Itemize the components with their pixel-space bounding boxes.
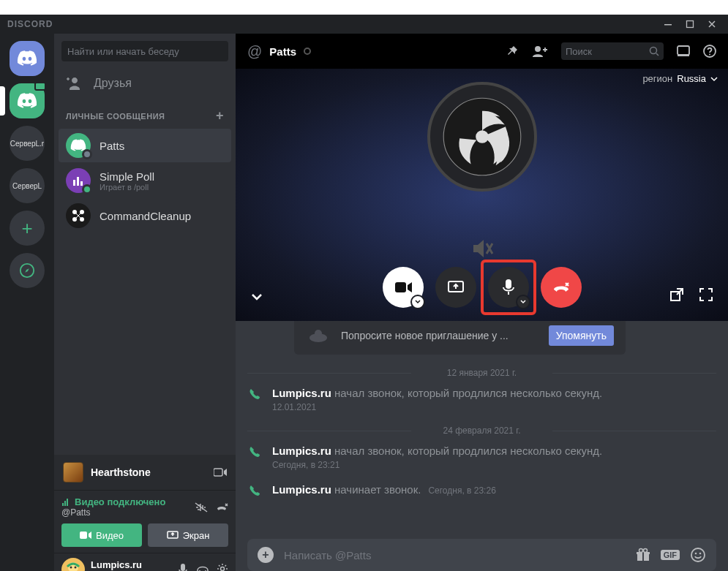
svg-point-40 [691,548,705,561]
voice-panel: Видео подключено @Patts Видео [54,490,236,553]
deafen-icon[interactable] [196,563,209,571]
app-name: DISCORD [7,19,53,29]
camera-button[interactable] [383,267,424,308]
muted-indicator-icon [469,238,495,260]
main-area: @ Patts Поиск регион Russia [236,34,728,571]
call-message: Lumpics.ru начал звонок, который продлил… [247,385,716,412]
voice-status-label: Видео подключено [61,496,165,507]
dm-item-simplepoll[interactable]: Simple Poll Играет в /poll [59,164,231,197]
stream-icon[interactable] [214,467,227,477]
attach-icon[interactable]: + [258,547,274,563]
header-search[interactable]: Поиск [561,42,664,60]
svg-point-39 [643,549,647,553]
call-avatar [427,82,537,192]
mic-chevron-icon[interactable] [516,295,530,309]
dm-sidebar: Найти или начать беседу Друзья ЛИЧНЫЕ СО… [54,34,236,571]
svg-point-20 [221,567,225,571]
hangup-button[interactable] [541,267,582,308]
invite-banner: Попросите новое приглашение у ... Упомян… [294,317,626,355]
invite-icon [306,328,331,344]
svg-rect-11 [62,503,64,506]
svg-rect-37 [642,552,644,561]
svg-rect-29 [395,282,406,292]
dm-item-commandcleanup[interactable]: CommandCleanup [59,199,231,232]
minimize-icon[interactable] [664,20,672,29]
dm-section-header: ЛИЧНЫЕ СООБЩЕНИЯ + [54,98,236,128]
svg-point-26 [709,54,710,56]
add-friend-icon[interactable] [532,45,548,58]
svg-point-21 [535,46,541,52]
app-window: DISCORD СерверL.r СерверL + Найти и [0,15,728,571]
gift-icon[interactable] [636,548,650,562]
svg-rect-19 [181,564,185,571]
message-list[interactable]: 12 января 2021 г. Lumpics.ru начал звоно… [236,355,728,539]
friends-label: Друзья [94,77,132,90]
screen-share-button[interactable]: Экран [148,523,228,547]
date-divider: 24 февраля 2021 г. [247,426,716,436]
settings-icon[interactable] [217,563,228,571]
screenshare-call-button[interactable] [435,267,476,308]
friends-tab[interactable]: Друзья [54,69,236,98]
svg-point-17 [70,567,72,569]
video-button[interactable]: Видео [61,523,142,547]
explore-button[interactable] [10,253,45,288]
noise-suppress-icon[interactable] [195,502,208,513]
date-divider: 12 января 2021 г. [247,368,716,378]
svg-point-38 [639,549,642,553]
call-region[interactable]: регион Russia [642,73,718,84]
pin-icon[interactable] [506,45,519,58]
status-indicator [304,48,311,55]
call-controls [383,267,582,308]
svg-rect-5 [80,181,83,186]
new-dm-icon[interactable]: + [216,108,224,124]
disconnect-icon[interactable] [215,502,228,513]
fullscreen-icon[interactable] [699,287,713,302]
server-item-2[interactable]: СерверL [10,168,45,203]
popout-icon[interactable] [669,287,684,302]
camera-chevron-icon[interactable] [410,295,425,309]
inbox-icon[interactable] [677,45,690,57]
quick-search[interactable]: Найти или начать беседу [61,41,228,61]
user-avatar[interactable] [61,558,85,571]
help-icon[interactable] [703,45,716,58]
svg-rect-13 [67,499,68,506]
emoji-icon[interactable] [690,547,706,563]
game-activity-panel: Hearthstone [54,455,236,490]
call-icon [247,483,262,498]
svg-point-42 [699,553,702,555]
video-call-area: регион Russia [236,69,728,321]
svg-rect-0 [664,24,672,26]
dm-item-patts[interactable]: Patts [59,129,231,162]
svg-rect-23 [678,46,689,55]
server-active[interactable] [10,83,45,118]
mute-icon[interactable] [177,563,189,571]
titlebar: DISCORD [0,15,728,34]
svg-point-41 [695,553,697,555]
svg-point-18 [75,567,77,569]
gif-icon[interactable]: GIF [661,550,680,560]
maximize-icon[interactable] [686,20,694,29]
svg-rect-10 [214,469,222,476]
svg-point-22 [650,48,657,54]
user-panel: Lumpics.ru fatalit [54,553,236,571]
call-icon [247,445,262,459]
call-message: Lumpics.ru начал звонок, который продлил… [247,443,716,470]
mention-button[interactable]: Упомянуть [549,325,614,346]
window-controls [664,20,721,29]
home-button[interactable] [10,41,45,76]
collapse-call-icon[interactable] [250,292,263,302]
svg-rect-24 [678,55,689,56]
game-icon [63,462,83,483]
at-icon: @ [247,43,262,60]
svg-rect-14 [80,532,87,539]
add-server-button[interactable]: + [10,211,45,246]
channel-header: @ Patts Поиск [236,34,728,69]
server-item-1[interactable]: СерверL.r [10,126,45,161]
close-icon[interactable] [708,20,716,29]
svg-rect-4 [77,177,79,186]
message-input[interactable]: + Написать @Patts GIF [247,539,716,571]
mic-button[interactable] [488,267,529,308]
call-message: Lumpics.ru начинает звонок.Сегодня, в 23… [247,482,716,498]
server-list: СерверL.r СерверL + [0,34,54,571]
svg-rect-12 [64,501,66,506]
